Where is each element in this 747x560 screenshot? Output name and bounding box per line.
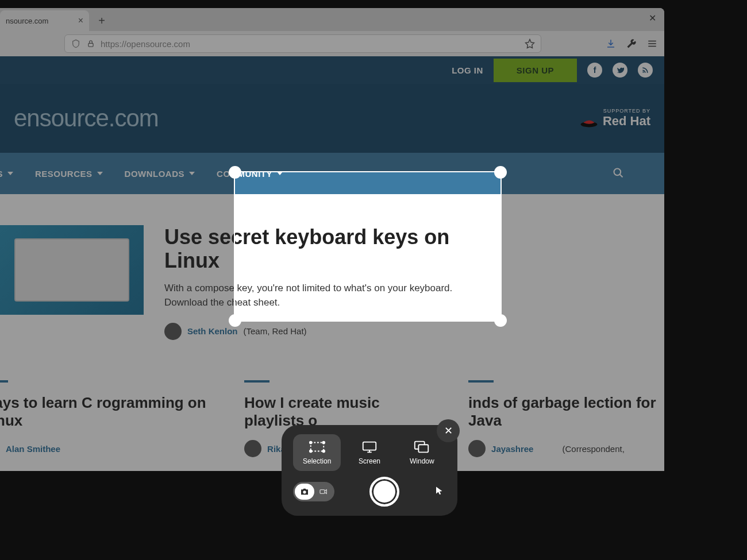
article-card[interactable]: ways to learn C rogramming on Linux Alan… [0, 380, 215, 457]
bookmark-star-icon[interactable] [525, 38, 535, 49]
caret-down-icon [97, 172, 103, 175]
screenshot-mode-selection[interactable]: Selection [293, 434, 341, 471]
screenshot-mode-screen[interactable]: Screen [345, 434, 393, 471]
nav-item-resources[interactable]: RESOURCES [33, 169, 105, 179]
twitter-icon[interactable] [613, 63, 627, 78]
screenshot-panel: ✕ Selection Screen Window [282, 425, 457, 516]
author-avatar [164, 323, 182, 340]
card-title: How I create music playlists o [244, 394, 440, 430]
selection-handle-bottom-left[interactable] [229, 314, 241, 327]
shield-icon [71, 38, 81, 49]
mode-label: Selection [303, 457, 331, 465]
author-name-link[interactable]: Seth Kenlon [187, 326, 238, 336]
capture-button[interactable] [369, 477, 399, 507]
card-accent-bar [244, 380, 269, 383]
facebook-icon[interactable]: f [587, 63, 602, 78]
card-accent-bar [0, 380, 8, 383]
sponsor-supported-label: SUPPORTED BY [603, 108, 650, 114]
sponsor-badge: SUPPORTED BY Red Hat [580, 108, 650, 129]
lock-icon [86, 38, 96, 49]
svg-rect-4 [310, 443, 324, 451]
selection-handle-bottom-right[interactable] [494, 314, 507, 327]
card-author[interactable]: Jayashree [491, 444, 533, 454]
site-banner: ensource.com SUPPORTED BY Red Hat [0, 84, 664, 153]
svg-rect-9 [363, 442, 376, 450]
svg-point-8 [322, 450, 325, 453]
caret-down-icon [7, 172, 13, 175]
svg-rect-13 [320, 490, 325, 494]
article-card[interactable]: inds of garbage lection for Java Jayashr… [468, 380, 664, 457]
svg-rect-11 [419, 445, 429, 452]
hamburger-menu-icon[interactable] [647, 38, 657, 49]
svg-point-3 [614, 168, 621, 175]
screen-icon [361, 440, 378, 454]
mode-label: Screen [359, 457, 380, 465]
selection-handle-top-left[interactable] [229, 166, 241, 179]
svg-rect-0 [88, 43, 93, 47]
video-mode-icon [314, 487, 333, 496]
login-link[interactable]: LOG IN [452, 65, 483, 75]
wrench-icon[interactable] [626, 38, 637, 49]
rss-icon[interactable] [638, 63, 653, 78]
card-author[interactable]: Alan Smithee [6, 444, 60, 454]
nav-search-icon[interactable] [613, 167, 664, 180]
card-title: ways to learn C rogramming on Linux [0, 394, 215, 430]
selection-rect-icon [309, 440, 326, 454]
caret-down-icon [189, 172, 195, 175]
author-row: Seth Kenlon (Team, Red Hat) [164, 323, 463, 340]
card-title: inds of garbage lection for Java [468, 394, 664, 430]
site-logo[interactable]: ensource.com [14, 105, 159, 132]
nav-item-downloads[interactable]: DOWNLOADS [122, 169, 198, 179]
card-author-meta: (Correspondent, [562, 444, 624, 454]
browser-tab[interactable]: nsource.com × [0, 10, 89, 31]
nav-label: RESOURCES [35, 169, 93, 179]
download-icon[interactable] [606, 38, 616, 49]
author-avatar [244, 440, 261, 457]
url-input[interactable]: https://opensource.com [64, 34, 541, 53]
svg-point-5 [310, 442, 312, 444]
tab-close-icon[interactable]: × [78, 16, 83, 26]
photo-mode-icon [295, 484, 314, 500]
svg-point-1 [642, 71, 644, 72]
window-close-icon[interactable]: ✕ [649, 13, 656, 24]
author-avatar [468, 440, 486, 457]
show-pointer-toggle[interactable] [434, 486, 446, 497]
url-text: https://opensource.com [101, 39, 190, 49]
svg-point-12 [303, 491, 306, 493]
photo-video-toggle[interactable] [293, 482, 334, 501]
address-bar: https://opensource.com [0, 31, 664, 56]
card-accent-bar [468, 380, 494, 383]
new-tab-button[interactable]: + [93, 11, 111, 30]
author-meta: (Team, Red Hat) [244, 326, 307, 336]
tab-bar: nsource.com × + ✕ [0, 8, 664, 31]
site-topnav: LOG IN SIGN UP f [0, 56, 664, 84]
svg-point-7 [310, 450, 312, 453]
nav-label: DOWNLOADS [125, 169, 185, 179]
window-icon [413, 440, 430, 454]
article-hero-image [0, 225, 144, 315]
screenshot-close-button[interactable]: ✕ [437, 419, 460, 442]
redhat-fedora-icon [580, 114, 598, 128]
svg-point-6 [322, 442, 325, 444]
screenshot-mode-window[interactable]: Window [398, 434, 446, 471]
sponsor-name: Red Hat [603, 114, 650, 129]
nav-item-categories[interactable]: ES [0, 169, 16, 179]
nav-label: ES [0, 169, 3, 179]
selection-handle-top-right[interactable] [494, 166, 507, 179]
tab-title: nsource.com [6, 17, 48, 25]
screenshot-selection-box[interactable] [234, 171, 502, 322]
signup-button[interactable]: SIGN UP [494, 59, 577, 82]
mode-label: Window [410, 457, 434, 465]
